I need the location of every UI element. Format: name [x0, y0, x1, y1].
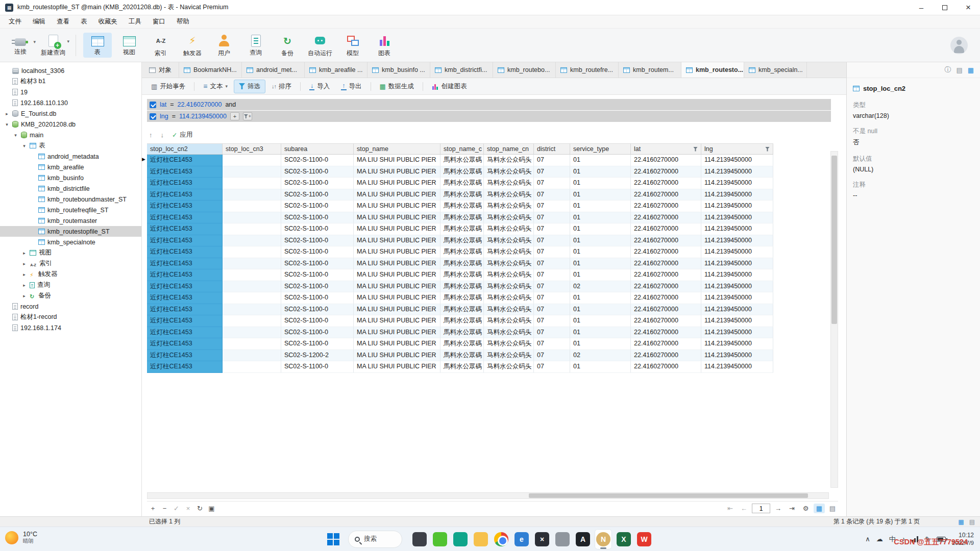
user-avatar[interactable] — [950, 37, 968, 54]
table-cell[interactable]: 近灯柱CE1453 — [147, 189, 223, 201]
cloud-icon[interactable]: ☁ — [876, 535, 883, 543]
tree-expand-icon[interactable]: ▸ — [21, 272, 27, 277]
table-cell[interactable]: 22.4160270000 — [631, 155, 701, 166]
toolbar-button-backup[interactable]: 备份 — [273, 32, 302, 59]
table-cell[interactable]: 07 — [534, 155, 570, 166]
text-button[interactable]: 文本▾ — [198, 80, 233, 93]
table-cell[interactable]: 07 — [534, 235, 570, 247]
tree-item-localhost-3306[interactable]: localhost_3306 — [0, 65, 141, 76]
table-cell[interactable]: 114.2139450000 — [701, 189, 773, 201]
table-row[interactable]: 近灯柱CE1453SC02-S-1100-0MA LIU SHUI PUBLIC… — [147, 292, 846, 304]
table-cell[interactable]: 马料水公众码头 — [484, 155, 534, 166]
table-cell[interactable]: 马料水公众码头 — [484, 315, 534, 327]
table-cell[interactable]: 馬料水公眾碼 — [440, 269, 484, 281]
table-cell[interactable]: 114.2139450000 — [701, 350, 773, 362]
table-cell[interactable]: 马料水公众码头 — [484, 178, 534, 189]
menu-item[interactable]: 表 — [75, 15, 93, 28]
table-cell[interactable]: 07 — [534, 223, 570, 235]
table-cell[interactable]: 馬料水公眾碼 — [440, 166, 484, 178]
table-cell[interactable]: 07 — [534, 292, 570, 304]
table-cell[interactable]: 07 — [534, 201, 570, 212]
table-row[interactable]: 近灯柱CE1453SC02-S-1100-0MA LIU SHUI PUBLIC… — [147, 178, 846, 189]
table-cell[interactable]: 马料水公众码头 — [484, 292, 534, 304]
table-cell[interactable]: 馬料水公眾碼 — [440, 178, 484, 189]
taskbar-app-folder[interactable] — [472, 529, 489, 549]
table-cell[interactable]: SC02-S-1100-0 — [281, 315, 354, 327]
filter-field[interactable]: lat — [160, 101, 166, 108]
taskbar-app-edge[interactable]: e — [513, 529, 530, 549]
tree-collapse-icon[interactable]: ▾ — [4, 122, 10, 127]
table-cell[interactable]: SC02-S-1100-0 — [281, 281, 354, 293]
tab-kmb-routefre[interactable]: kmb_routefre... — [556, 62, 619, 78]
begin-transaction-button[interactable]: 开始事务 — [146, 80, 190, 93]
table-row[interactable]: 近灯柱CE1453SC02-S-1200-2MA LIU SHUI PUBLIC… — [147, 350, 846, 362]
table-cell[interactable]: 馬料水公眾碼 — [440, 281, 484, 293]
filter-button[interactable]: 筛选 — [234, 80, 265, 93]
table-cell[interactable]: SC02-S-1100-0 — [281, 201, 354, 212]
toolbar-button-table[interactable]: 表 — [83, 33, 112, 58]
tab-kmb-routem[interactable]: kmb_routem... — [619, 62, 681, 78]
table-row[interactable]: 近灯柱CE1453SC02-S-1100-0MA LIU SHUI PUBLIC… — [147, 166, 846, 178]
table-cell[interactable]: MA LIU SHUI PUBLIC PIER — [354, 281, 440, 293]
table-cell[interactable]: 114.2139450000 — [701, 223, 773, 235]
table-cell[interactable]: 马料水公众码头 — [484, 189, 534, 201]
table-cell[interactable]: 22.4160270000 — [631, 212, 701, 224]
checkbox-checked-icon[interactable] — [150, 102, 156, 108]
table-cell[interactable] — [223, 338, 281, 350]
table-cell[interactable] — [223, 223, 281, 235]
table-cell[interactable]: SC02-S-1100-0 — [281, 178, 354, 189]
table-cell[interactable]: 馬料水公眾碼 — [440, 258, 484, 270]
tree-item-item[interactable]: ▾表 — [0, 140, 141, 151]
table-cell[interactable]: 07 — [534, 361, 570, 373]
table-cell[interactable]: 馬料水公眾碼 — [440, 189, 484, 201]
table-cell[interactable]: MA LIU SHUI PUBLIC PIER — [354, 269, 440, 281]
table-cell[interactable]: MA LIU SHUI PUBLIC PIER — [354, 201, 440, 212]
table-cell[interactable]: 22.4160270000 — [631, 223, 701, 235]
delete-record-button[interactable]: − — [159, 505, 170, 512]
taskbar-app-app-gray[interactable] — [554, 529, 571, 549]
table-row[interactable]: 近灯柱CE1453SC02-S-1100-0MA LIU SHUI PUBLIC… — [147, 338, 846, 350]
menu-item[interactable]: 文件 — [3, 15, 27, 28]
table-cell[interactable]: SC02-S-1100-0 — [281, 292, 354, 304]
taskbar-app-navicat[interactable]: N — [595, 529, 612, 549]
tree-expand-icon[interactable]: ▸ — [21, 283, 27, 288]
table-cell[interactable]: MA LIU SHUI PUBLIC PIER — [354, 338, 440, 350]
table-cell[interactable] — [223, 235, 281, 247]
tree-item-3-b1[interactable]: 检材3 b1 — [0, 76, 141, 87]
menu-item[interactable]: 查看 — [51, 15, 75, 28]
table-cell[interactable]: 马料水公众码头 — [484, 235, 534, 247]
table-cell[interactable]: 01 — [570, 166, 631, 178]
table-cell[interactable]: 02 — [570, 281, 631, 293]
table-cell[interactable]: 近灯柱CE1453 — [147, 361, 223, 373]
horizontal-scrollbar-thumb[interactable] — [529, 493, 808, 498]
tree-item-kmb-routestopfile-st[interactable]: kmb_routestopfile_ST — [0, 226, 141, 237]
table-row[interactable]: 近灯柱CE1453SC02-S-1100-0MA LIU SHUI PUBLIC… — [147, 235, 846, 247]
table-row[interactable]: 近灯柱CE1453SC02-S-1100-0MA LIU SHUI PUBLIC… — [147, 281, 846, 293]
taskbar-app-chrome[interactable] — [493, 529, 510, 549]
table-cell[interactable]: 114.2139450000 — [701, 292, 773, 304]
table-cell[interactable]: 近灯柱CE1453 — [147, 246, 223, 258]
table-cell[interactable]: 07 — [534, 338, 570, 350]
table-cell[interactable] — [223, 292, 281, 304]
tree-item-kmb-districtfile[interactable]: kmb_districtfile — [0, 183, 141, 194]
tree-expand-icon[interactable]: ▸ — [21, 251, 27, 256]
table-cell[interactable] — [223, 327, 281, 339]
table-cell[interactable]: 01 — [570, 269, 631, 281]
table-cell[interactable]: 07 — [534, 269, 570, 281]
table-cell[interactable]: 馬料水公眾碼 — [440, 223, 484, 235]
table-cell[interactable]: 22.4160270000 — [631, 281, 701, 293]
form-view-toggle[interactable]: ▤ — [827, 504, 838, 513]
form-mode-icon[interactable]: ▤ — [969, 518, 975, 525]
table-cell[interactable]: SC02-S-1200-2 — [281, 350, 354, 362]
table-cell[interactable]: 22.4160270000 — [631, 327, 701, 339]
table-cell[interactable]: 114.2139450000 — [701, 246, 773, 258]
table-cell[interactable]: MA LIU SHUI PUBLIC PIER — [354, 292, 440, 304]
table-row[interactable]: 近灯柱CE1453SC02-S-1100-0MA LIU SHUI PUBLIC… — [147, 327, 846, 339]
sort-button[interactable]: 排序 — [266, 80, 297, 93]
table-cell[interactable]: 07 — [534, 178, 570, 189]
table-cell[interactable]: 馬料水公眾碼 — [440, 315, 484, 327]
vertical-scrollbar[interactable] — [830, 151, 838, 488]
table-cell[interactable]: 114.2139450000 — [701, 304, 773, 316]
table-cell[interactable]: 馬料水公眾碼 — [440, 338, 484, 350]
table-cell[interactable]: 01 — [570, 304, 631, 316]
